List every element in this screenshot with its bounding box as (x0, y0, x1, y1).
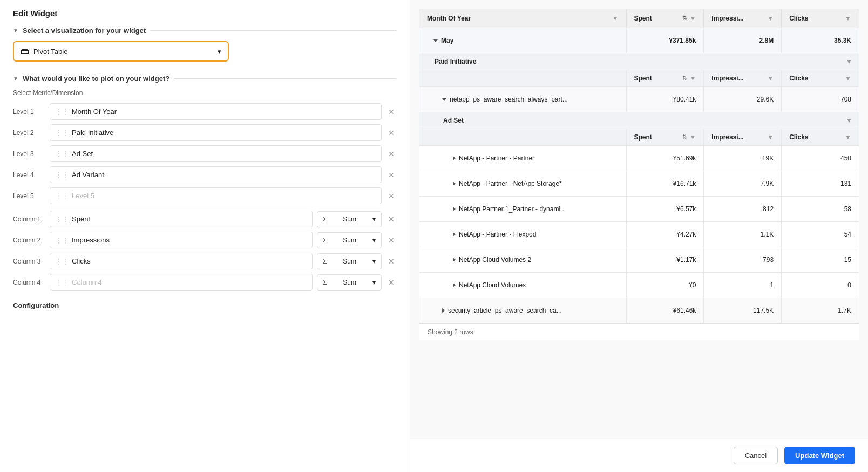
sort-icon[interactable]: ⇅ (682, 15, 687, 22)
level-5-close-button[interactable]: ✕ (386, 191, 397, 201)
footer: Cancel Update Widget (410, 439, 868, 472)
col-1-agg-select[interactable]: Σ Sum ▾ (317, 211, 382, 227)
pi-clicks-filter-icon[interactable]: ▼ (845, 75, 851, 82)
storage-impressions: 7.9K (704, 171, 782, 197)
col-2-agg-select[interactable]: Σ Sum ▾ (317, 232, 382, 248)
viz-dropdown[interactable]: 🗃 Pivot Table ▾ (13, 41, 229, 62)
pi-sort-icon[interactable]: ⇅ (682, 75, 687, 82)
pi-impressions-filter-icon[interactable]: ▼ (767, 75, 774, 82)
level-1-close-button[interactable]: ✕ (386, 106, 397, 117)
drag-icon: ⋮⋮ (56, 192, 69, 200)
col-3-input[interactable]: ⋮⋮ Clicks (50, 253, 313, 269)
level-1-value: Month Of Year (72, 107, 117, 116)
col-2-close-button[interactable]: ✕ (386, 235, 397, 246)
as-sort-icon[interactable]: ⇅ (682, 133, 687, 141)
col-1-close-button[interactable]: ✕ (386, 214, 397, 225)
col-3-close-button[interactable]: ✕ (386, 256, 397, 267)
paid-initiative-label: Paid Initiative (435, 58, 476, 65)
dynami-expand-icon[interactable] (453, 207, 456, 211)
cancel-button[interactable]: Cancel (734, 447, 778, 464)
storage-expand-icon[interactable] (453, 181, 456, 186)
level-3-close-button[interactable]: ✕ (386, 149, 397, 159)
table-container[interactable]: Month Of Year ▼ Spent ⇅ ▼ (410, 0, 868, 439)
page-title: Edit Widget (13, 9, 397, 18)
impressions-filter-icon[interactable]: ▼ (767, 15, 774, 22)
col-3-label: Column 3 (13, 258, 45, 265)
column-row-3: Column 3 ⋮⋮ Clicks Σ Sum ▾ ✕ (13, 253, 397, 269)
security-expand-icon[interactable] (442, 308, 445, 313)
level-row-4: Level 4 ⋮⋮ Ad Variant ✕ (13, 166, 397, 183)
level-5-input[interactable]: ⋮⋮ Level 5 (50, 187, 382, 204)
adset-header-row: Ad Set ▼ (419, 112, 859, 129)
security-label: security_article_ps_aware_search_ca... (448, 307, 562, 314)
filter-icon[interactable]: ▼ (689, 15, 696, 22)
as-filter-icon[interactable]: ▼ (689, 133, 696, 141)
paid-initiative-col-header-row: Spent ⇅ ▼ Impressi... ▼ (419, 70, 859, 87)
col-3-agg-select[interactable]: Σ Sum ▾ (317, 253, 382, 269)
col-header-row: Month Of Year ▼ Spent ⇅ ▼ (419, 9, 859, 28)
partner-impressions: 19K (704, 146, 782, 171)
adset-spent-header: Spent ⇅ ▼ (626, 129, 704, 146)
col-header-impressions-label: Impressi... (711, 15, 743, 22)
adset-header-cell: Ad Set ▼ (419, 112, 859, 129)
level-5-label: Level 5 (13, 192, 45, 200)
paid-initiative-col-spacer (419, 70, 627, 87)
update-widget-button[interactable]: Update Widget (784, 447, 855, 464)
cloud2-expand-icon[interactable] (453, 258, 456, 262)
col-3-value: Clicks (72, 257, 91, 265)
col-1-agg-label: Sum (343, 215, 356, 223)
partner-label: NetApp - Partner - Partner (459, 154, 534, 162)
adset-impressions-header: Impressi... ▼ (704, 129, 782, 146)
level-3-input[interactable]: ⋮⋮ Ad Set (50, 145, 382, 162)
plot-section: Select Metric/Dimension Level 1 ⋮⋮ Month… (13, 89, 397, 291)
flexpod-label: NetApp - Partner - Flexpod (459, 231, 536, 238)
level-4-value: Ad Variant (72, 171, 104, 179)
drag-icon: ⋮⋮ (56, 150, 69, 158)
cloud-spent: ¥0 (626, 273, 704, 298)
as-impressions-filter-icon[interactable]: ▼ (767, 133, 774, 141)
netapp-ps-spent: ¥80.41k (626, 87, 704, 112)
col-4-label: Column 4 (13, 279, 45, 286)
col-4-agg-select[interactable]: Σ Sum ▾ (317, 274, 382, 291)
plot-subtitle: Select Metric/Dimension (13, 89, 397, 97)
level-1-input[interactable]: ⋮⋮ Month Of Year (50, 103, 382, 120)
partner-expand-icon[interactable] (453, 156, 456, 160)
data-row-dynami: NetApp Partner 1_Partner - dynami... ¥6.… (419, 197, 859, 222)
col-header-filter-icon[interactable]: ▼ (612, 15, 619, 22)
pi-filter-icon[interactable]: ▼ (689, 75, 696, 82)
col-2-input[interactable]: ⋮⋮ Impressions (50, 232, 313, 248)
clicks-filter-icon[interactable]: ▼ (845, 15, 851, 22)
storage-clicks: 131 (782, 171, 859, 197)
may-expand-icon[interactable] (433, 39, 438, 42)
netapp-ps-expand-icon[interactable] (442, 98, 446, 101)
level-2-label: Level 2 (13, 129, 45, 137)
col-4-close-button[interactable]: ✕ (386, 277, 397, 288)
cloud2-clicks: 15 (782, 247, 859, 273)
data-row-cloud2: NetApp Cloud Volumes 2 ¥1.17k 793 15 (419, 247, 859, 273)
adset-filter-icon[interactable]: ▼ (846, 117, 852, 124)
drag-icon: ⋮⋮ (56, 215, 69, 223)
level-4-close-button[interactable]: ✕ (386, 170, 397, 180)
paid-initiative-filter-icon[interactable]: ▼ (846, 58, 852, 65)
cloud2-spent: ¥1.17k (626, 247, 704, 273)
sigma-icon: Σ (323, 279, 327, 286)
level-row-5: Level 5 ⋮⋮ Level 5 ✕ (13, 187, 397, 204)
level-2-input[interactable]: ⋮⋮ Paid Initiative (50, 124, 382, 141)
flexpod-impressions: 1.1K (704, 222, 782, 247)
level-2-close-button[interactable]: ✕ (386, 127, 397, 138)
col-1-label: Column 1 (13, 215, 45, 223)
sigma-icon: Σ (323, 258, 327, 265)
adset-col-spacer (419, 129, 627, 146)
as-clicks-filter-icon[interactable]: ▼ (845, 133, 851, 141)
col-1-input[interactable]: ⋮⋮ Spent (50, 211, 313, 227)
paid-initiative-impressions-header: Impressi... ▼ (704, 70, 782, 87)
drag-icon: ⋮⋮ (56, 258, 69, 265)
may-label: May (441, 37, 453, 44)
col-4-input[interactable]: ⋮⋮ Column 4 (50, 274, 313, 291)
viz-section-label: Select a visualization for your widget (23, 26, 146, 35)
column-row-2: Column 2 ⋮⋮ Impressions Σ Sum ▾ ✕ (13, 232, 397, 248)
level-4-input[interactable]: ⋮⋮ Ad Variant (50, 166, 382, 183)
flexpod-expand-icon[interactable] (453, 232, 456, 237)
paid-initiative-clicks-header: Clicks ▼ (782, 70, 859, 87)
cloud-expand-icon[interactable] (453, 283, 456, 287)
